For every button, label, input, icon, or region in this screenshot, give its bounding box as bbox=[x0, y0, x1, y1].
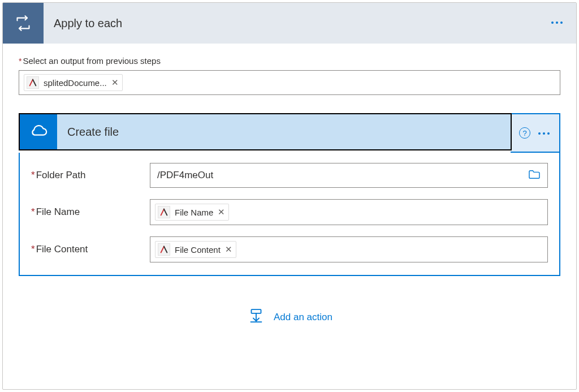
output-token-text: splitedDocume... bbox=[44, 78, 107, 88]
file-content-label: *File Content bbox=[31, 244, 150, 255]
api-key-icon bbox=[158, 243, 170, 256]
folder-path-row: *Folder Path /PDF4meOut bbox=[31, 163, 548, 188]
create-file-card: Create file ? *Folder Path bbox=[19, 113, 560, 276]
output-token[interactable]: splitedDocume... ✕ bbox=[24, 74, 123, 91]
output-field-label: *Select an output from previous steps bbox=[19, 56, 560, 66]
insert-step-icon bbox=[247, 307, 266, 328]
inner-card-body: *Folder Path /PDF4meOut bbox=[20, 153, 559, 275]
file-content-row: *File Content bbox=[31, 236, 548, 262]
inner-card-menu-button[interactable] bbox=[537, 128, 551, 137]
file-name-input[interactable]: File Name ✕ bbox=[150, 199, 548, 225]
file-name-token[interactable]: File Name ✕ bbox=[155, 204, 229, 221]
file-content-token[interactable]: File Content ✕ bbox=[155, 241, 236, 258]
remove-token-icon[interactable]: ✕ bbox=[225, 244, 232, 255]
remove-token-icon[interactable]: ✕ bbox=[111, 77, 119, 88]
apply-to-each-card: Apply to each *Select an output from pre… bbox=[2, 2, 577, 390]
add-action-button[interactable]: Add an action bbox=[19, 307, 560, 328]
inner-card-title: Create file bbox=[57, 126, 119, 139]
file-name-token-text: File Name bbox=[175, 208, 213, 217]
card-title: Apply to each bbox=[44, 17, 122, 30]
loop-icon bbox=[3, 3, 44, 44]
help-icon[interactable]: ? bbox=[519, 127, 530, 139]
cloud-icon bbox=[20, 114, 57, 149]
card-menu-button[interactable] bbox=[550, 18, 564, 27]
svg-rect-0 bbox=[252, 309, 261, 313]
api-key-icon bbox=[27, 76, 39, 89]
inner-card-header[interactable]: Create file bbox=[19, 113, 512, 150]
add-action-label: Add an action bbox=[274, 312, 332, 323]
folder-path-input[interactable]: /PDF4meOut bbox=[150, 163, 548, 188]
card-body: *Select an output from previous steps sp… bbox=[3, 44, 576, 341]
inner-card-header-extras: ? bbox=[511, 113, 560, 153]
file-content-token-text: File Content bbox=[175, 245, 221, 255]
file-content-input[interactable]: File Content ✕ bbox=[150, 236, 548, 262]
card-header: Apply to each bbox=[3, 3, 576, 44]
remove-token-icon[interactable]: ✕ bbox=[218, 207, 225, 217]
file-name-label: *File Name bbox=[31, 206, 150, 218]
folder-path-label: *Folder Path bbox=[31, 170, 150, 181]
output-token-input[interactable]: splitedDocume... ✕ bbox=[19, 70, 560, 95]
api-key-icon bbox=[158, 206, 170, 218]
folder-picker-icon[interactable] bbox=[528, 169, 541, 182]
file-name-row: *File Name bbox=[31, 199, 548, 225]
